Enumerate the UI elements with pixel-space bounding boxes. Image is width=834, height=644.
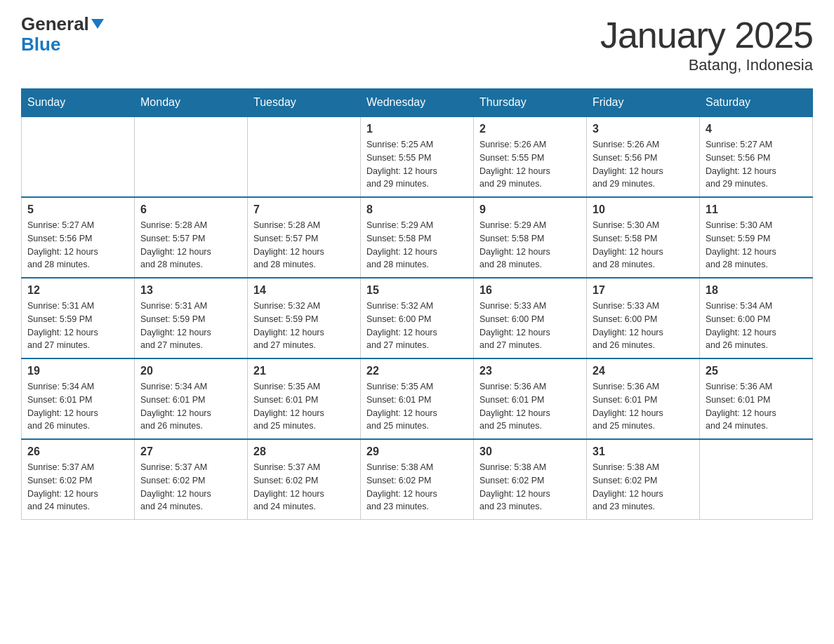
day-info: Sunrise: 5:31 AM Sunset: 5:59 PM Dayligh…: [140, 300, 241, 352]
page-header: General Blue January 2025 Batang, Indone…: [21, 14, 813, 74]
day-info: Sunrise: 5:30 AM Sunset: 5:58 PM Dayligh…: [593, 219, 694, 271]
header-wednesday: Wednesday: [361, 89, 474, 117]
day-number: 15: [366, 284, 468, 297]
day-info: Sunrise: 5:34 AM Sunset: 6:00 PM Dayligh…: [706, 300, 807, 352]
calendar-week-row-4: 19Sunrise: 5:34 AM Sunset: 6:01 PM Dayli…: [22, 358, 813, 439]
header-sunday: Sunday: [22, 89, 135, 117]
calendar-cell: 20Sunrise: 5:34 AM Sunset: 6:01 PM Dayli…: [135, 358, 248, 439]
calendar-cell: 3Sunrise: 5:26 AM Sunset: 5:56 PM Daylig…: [587, 116, 700, 197]
day-number: 20: [140, 365, 241, 377]
logo-general-text: General: [21, 14, 89, 34]
calendar-cell: 23Sunrise: 5:36 AM Sunset: 6:01 PM Dayli…: [474, 358, 587, 439]
calendar-cell: 5Sunrise: 5:27 AM Sunset: 5:56 PM Daylig…: [22, 197, 135, 278]
calendar-week-row-5: 26Sunrise: 5:37 AM Sunset: 6:02 PM Dayli…: [22, 439, 813, 520]
day-info: Sunrise: 5:26 AM Sunset: 5:56 PM Dayligh…: [593, 138, 694, 191]
calendar-cell: 4Sunrise: 5:27 AM Sunset: 5:56 PM Daylig…: [700, 116, 813, 197]
calendar-cell: 10Sunrise: 5:30 AM Sunset: 5:58 PM Dayli…: [587, 197, 700, 278]
calendar-cell: 25Sunrise: 5:36 AM Sunset: 6:01 PM Dayli…: [700, 358, 813, 439]
day-number: 21: [253, 365, 355, 377]
day-info: Sunrise: 5:30 AM Sunset: 5:59 PM Dayligh…: [706, 219, 807, 271]
calendar-cell: 30Sunrise: 5:38 AM Sunset: 6:02 PM Dayli…: [474, 439, 587, 520]
day-info: Sunrise: 5:37 AM Sunset: 6:02 PM Dayligh…: [140, 461, 241, 514]
day-info: Sunrise: 5:34 AM Sunset: 6:01 PM Dayligh…: [140, 380, 241, 433]
day-number: 30: [479, 445, 581, 458]
calendar-table: Sunday Monday Tuesday Wednesday Thursday…: [21, 88, 813, 520]
calendar-cell: [135, 116, 248, 197]
day-info: Sunrise: 5:37 AM Sunset: 6:02 PM Dayligh…: [253, 461, 355, 514]
day-info: Sunrise: 5:29 AM Sunset: 5:58 PM Dayligh…: [479, 219, 581, 271]
calendar-cell: 24Sunrise: 5:36 AM Sunset: 6:01 PM Dayli…: [587, 358, 700, 439]
calendar-cell: 16Sunrise: 5:33 AM Sunset: 6:00 PM Dayli…: [474, 278, 587, 358]
day-info: Sunrise: 5:32 AM Sunset: 6:00 PM Dayligh…: [366, 300, 468, 352]
calendar-cell: 6Sunrise: 5:28 AM Sunset: 5:57 PM Daylig…: [135, 197, 248, 278]
day-info: Sunrise: 5:36 AM Sunset: 6:01 PM Dayligh…: [593, 380, 694, 433]
day-number: 23: [479, 365, 581, 377]
day-number: 2: [479, 123, 581, 135]
day-number: 19: [27, 365, 128, 377]
calendar-header-row: Sunday Monday Tuesday Wednesday Thursday…: [22, 89, 813, 117]
day-number: 14: [253, 284, 355, 297]
day-number: 29: [366, 445, 468, 458]
calendar-cell: 27Sunrise: 5:37 AM Sunset: 6:02 PM Dayli…: [135, 439, 248, 520]
calendar-cell: 15Sunrise: 5:32 AM Sunset: 6:00 PM Dayli…: [361, 278, 474, 358]
day-info: Sunrise: 5:32 AM Sunset: 5:59 PM Dayligh…: [253, 300, 355, 352]
day-number: 26: [27, 445, 128, 458]
day-number: 8: [366, 203, 468, 216]
calendar-cell: 12Sunrise: 5:31 AM Sunset: 5:59 PM Dayli…: [22, 278, 135, 358]
day-number: 16: [479, 284, 581, 297]
calendar-week-row-3: 12Sunrise: 5:31 AM Sunset: 5:59 PM Dayli…: [22, 278, 813, 358]
day-info: Sunrise: 5:25 AM Sunset: 5:55 PM Dayligh…: [366, 138, 468, 191]
day-number: 3: [593, 123, 694, 135]
day-number: 18: [706, 284, 807, 297]
calendar-cell: 13Sunrise: 5:31 AM Sunset: 5:59 PM Dayli…: [135, 278, 248, 358]
day-number: 17: [593, 284, 694, 297]
day-info: Sunrise: 5:26 AM Sunset: 5:55 PM Dayligh…: [479, 138, 581, 191]
day-number: 10: [593, 203, 694, 216]
day-number: 6: [140, 203, 241, 216]
day-number: 31: [593, 445, 694, 458]
day-info: Sunrise: 5:38 AM Sunset: 6:02 PM Dayligh…: [593, 461, 694, 514]
day-info: Sunrise: 5:28 AM Sunset: 5:57 PM Dayligh…: [253, 219, 355, 271]
header-friday: Friday: [587, 89, 700, 117]
day-info: Sunrise: 5:28 AM Sunset: 5:57 PM Dayligh…: [140, 219, 241, 271]
calendar-cell: 11Sunrise: 5:30 AM Sunset: 5:59 PM Dayli…: [700, 197, 813, 278]
day-info: Sunrise: 5:33 AM Sunset: 6:00 PM Dayligh…: [593, 300, 694, 352]
header-monday: Monday: [135, 89, 248, 117]
day-number: 7: [253, 203, 355, 216]
day-info: Sunrise: 5:31 AM Sunset: 5:59 PM Dayligh…: [27, 300, 128, 352]
day-number: 27: [140, 445, 241, 458]
logo-blue-text: Blue: [21, 34, 104, 55]
calendar-week-row-1: 1Sunrise: 5:25 AM Sunset: 5:55 PM Daylig…: [22, 116, 813, 197]
day-info: Sunrise: 5:33 AM Sunset: 6:00 PM Dayligh…: [479, 300, 581, 352]
calendar-cell: 22Sunrise: 5:35 AM Sunset: 6:01 PM Dayli…: [361, 358, 474, 439]
calendar-cell: 2Sunrise: 5:26 AM Sunset: 5:55 PM Daylig…: [474, 116, 587, 197]
calendar-cell: [248, 116, 361, 197]
calendar-cell: 17Sunrise: 5:33 AM Sunset: 6:00 PM Dayli…: [587, 278, 700, 358]
day-info: Sunrise: 5:34 AM Sunset: 6:01 PM Dayligh…: [27, 380, 128, 433]
calendar-cell: 1Sunrise: 5:25 AM Sunset: 5:55 PM Daylig…: [361, 116, 474, 197]
calendar-cell: 26Sunrise: 5:37 AM Sunset: 6:02 PM Dayli…: [22, 439, 135, 520]
title-area: January 2025 Batang, Indonesia: [600, 14, 813, 74]
day-number: 11: [706, 203, 807, 216]
day-info: Sunrise: 5:35 AM Sunset: 6:01 PM Dayligh…: [253, 380, 355, 433]
calendar-cell: 28Sunrise: 5:37 AM Sunset: 6:02 PM Dayli…: [248, 439, 361, 520]
calendar-cell: 14Sunrise: 5:32 AM Sunset: 5:59 PM Dayli…: [248, 278, 361, 358]
calendar-cell: 7Sunrise: 5:28 AM Sunset: 5:57 PM Daylig…: [248, 197, 361, 278]
day-number: 13: [140, 284, 241, 297]
page-subtitle: Batang, Indonesia: [600, 56, 813, 74]
day-number: 24: [593, 365, 694, 377]
header-thursday: Thursday: [474, 89, 587, 117]
calendar-cell: 21Sunrise: 5:35 AM Sunset: 6:01 PM Dayli…: [248, 358, 361, 439]
day-info: Sunrise: 5:29 AM Sunset: 5:58 PM Dayligh…: [366, 219, 468, 271]
day-info: Sunrise: 5:38 AM Sunset: 6:02 PM Dayligh…: [479, 461, 581, 514]
day-info: Sunrise: 5:27 AM Sunset: 5:56 PM Dayligh…: [706, 138, 807, 191]
calendar-cell: 18Sunrise: 5:34 AM Sunset: 6:00 PM Dayli…: [700, 278, 813, 358]
calendar-cell: 9Sunrise: 5:29 AM Sunset: 5:58 PM Daylig…: [474, 197, 587, 278]
header-tuesday: Tuesday: [248, 89, 361, 117]
day-number: 28: [253, 445, 355, 458]
day-info: Sunrise: 5:27 AM Sunset: 5:56 PM Dayligh…: [27, 219, 128, 271]
day-number: 12: [27, 284, 128, 297]
day-number: 5: [27, 203, 128, 216]
calendar-cell: 29Sunrise: 5:38 AM Sunset: 6:02 PM Dayli…: [361, 439, 474, 520]
day-info: Sunrise: 5:38 AM Sunset: 6:02 PM Dayligh…: [366, 461, 468, 514]
